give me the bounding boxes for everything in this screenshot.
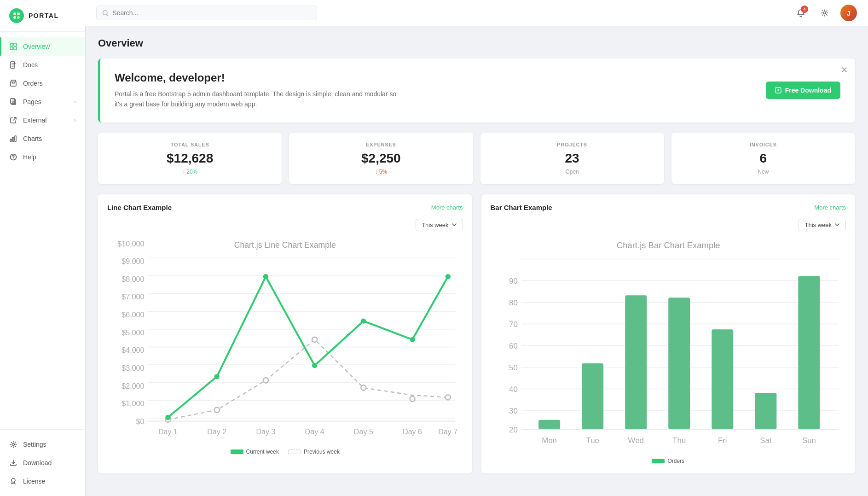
svg-text:Day 7: Day 7 <box>438 427 457 436</box>
sidebar-item-label: License <box>23 478 45 485</box>
legend-label-orders: Orders <box>667 458 684 464</box>
svg-rect-9 <box>11 82 16 86</box>
stat-card-expenses: EXPENSES $2,250 ↓ 5% <box>289 133 473 184</box>
svg-text:Wed: Wed <box>628 436 643 445</box>
download-icon <box>9 459 17 467</box>
box-icon <box>9 79 17 88</box>
line-chart-card: Line Chart Example More charts This week… <box>98 194 472 473</box>
sidebar-item-docs[interactable]: Docs <box>0 56 85 74</box>
svg-text:$10,000: $10,000 <box>117 239 144 247</box>
chart-controls: This week <box>107 219 463 231</box>
svg-text:Mon: Mon <box>542 436 557 445</box>
header: 4 J <box>85 0 868 26</box>
svg-point-54 <box>312 337 317 342</box>
svg-text:50: 50 <box>509 363 518 372</box>
chart-subtitle: Chart.js Line Chart Example <box>234 240 336 250</box>
search-input[interactable] <box>112 9 311 17</box>
svg-point-2 <box>13 16 16 19</box>
svg-point-17 <box>12 443 15 446</box>
stat-value: $12,628 <box>109 151 271 166</box>
chart-header: Line Chart Example More charts <box>107 204 463 211</box>
svg-rect-82 <box>538 420 560 429</box>
stat-change: ↑ 20% <box>109 169 271 175</box>
avatar[interactable]: J <box>840 5 857 21</box>
sidebar-logo[interactable]: PORTAL <box>0 0 85 32</box>
svg-point-57 <box>446 395 451 400</box>
free-download-button[interactable]: Free Download <box>766 82 840 99</box>
svg-point-59 <box>214 374 220 379</box>
settings-button[interactable] <box>816 5 833 21</box>
more-charts-link[interactable]: More charts <box>431 204 463 211</box>
svg-text:$4,000: $4,000 <box>122 346 144 354</box>
chevron-down-icon <box>834 222 840 228</box>
legend-swatch-previous <box>288 449 301 454</box>
svg-text:$3,000: $3,000 <box>122 364 144 372</box>
svg-text:$8,000: $8,000 <box>122 275 144 283</box>
file-icon <box>9 61 17 69</box>
sidebar-item-label: Help <box>23 153 36 161</box>
svg-point-1 <box>17 12 20 15</box>
svg-point-18 <box>12 478 15 482</box>
more-charts-link-bar[interactable]: More charts <box>814 204 846 211</box>
week-select-bar[interactable]: This week <box>799 219 846 231</box>
legend-swatch-current <box>231 449 243 454</box>
week-select-line[interactable]: This week <box>416 219 463 231</box>
charts-row: Line Chart Example More charts This week… <box>98 194 855 473</box>
svg-text:Fri: Fri <box>718 436 727 445</box>
sidebar-bottom: Settings Download License <box>0 429 85 496</box>
copy-icon <box>9 98 17 106</box>
svg-point-61 <box>312 363 317 368</box>
legend-swatch-orders <box>652 459 665 463</box>
svg-point-58 <box>165 414 170 420</box>
svg-rect-13 <box>12 137 14 141</box>
sidebar-item-label: External <box>23 117 46 124</box>
sidebar-item-charts[interactable]: Charts <box>0 129 85 148</box>
sidebar-item-license[interactable]: License <box>0 472 85 490</box>
svg-text:Day 1: Day 1 <box>158 427 178 436</box>
sidebar-item-label: Orders <box>23 80 43 87</box>
svg-text:$7,000: $7,000 <box>122 292 144 301</box>
chevron-down-icon <box>451 222 457 228</box>
svg-text:$1,000: $1,000 <box>122 399 144 408</box>
logo-icon <box>9 8 24 23</box>
sidebar-item-download[interactable]: Download <box>0 454 85 472</box>
stat-value: $2,250 <box>300 151 462 166</box>
legend-current: Current week <box>231 449 279 455</box>
legend-orders: Orders <box>652 458 684 464</box>
bar-chart-svg: Chart.js Bar Chart Example 20 30 <box>491 236 846 452</box>
sidebar-item-settings[interactable]: Settings <box>0 435 85 454</box>
notifications-button[interactable]: 4 <box>793 5 809 21</box>
svg-rect-12 <box>10 139 12 141</box>
svg-text:Day 3: Day 3 <box>256 427 275 436</box>
notification-badge: 4 <box>801 6 808 13</box>
stat-label: EXPENSES <box>300 142 462 147</box>
main-area: 4 J Overview Welcome, developer! Portal … <box>85 0 868 496</box>
svg-text:$2,000: $2,000 <box>122 381 144 390</box>
line-chart-area: Chart.js Line Chart Example <box>107 236 463 445</box>
svg-rect-83 <box>582 363 603 429</box>
search-box[interactable] <box>96 6 317 20</box>
sidebar: PORTAL Overview Docs Orders <box>0 0 85 496</box>
svg-point-55 <box>361 385 366 390</box>
svg-rect-86 <box>712 329 733 429</box>
download-icon <box>775 87 781 93</box>
sidebar-item-label: Pages <box>23 98 41 105</box>
sidebar-item-pages[interactable]: Pages › <box>0 93 85 111</box>
svg-text:$9,000: $9,000 <box>122 257 144 265</box>
svg-text:20: 20 <box>509 425 518 434</box>
line-chart-svg: Chart.js Line Chart Example <box>107 236 463 443</box>
sidebar-item-help[interactable]: Help <box>0 148 85 166</box>
svg-rect-14 <box>15 136 16 141</box>
sidebar-item-external[interactable]: External › <box>0 111 85 129</box>
svg-text:Day 5: Day 5 <box>354 427 373 436</box>
stat-sub: New <box>683 169 844 175</box>
chevron-down-icon: › <box>74 117 76 123</box>
line-chart-legend: Current week Previous week <box>107 449 463 455</box>
stat-label: PROJECTS <box>492 142 653 147</box>
bar-chart-subtitle: Chart.js Bar Chart Example <box>616 240 720 250</box>
legend-label-previous: Previous week <box>304 449 340 455</box>
close-button[interactable]: ✕ <box>841 65 848 75</box>
sidebar-item-overview[interactable]: Overview <box>0 37 85 56</box>
sidebar-item-orders[interactable]: Orders <box>0 74 85 93</box>
svg-text:$0: $0 <box>136 417 145 426</box>
